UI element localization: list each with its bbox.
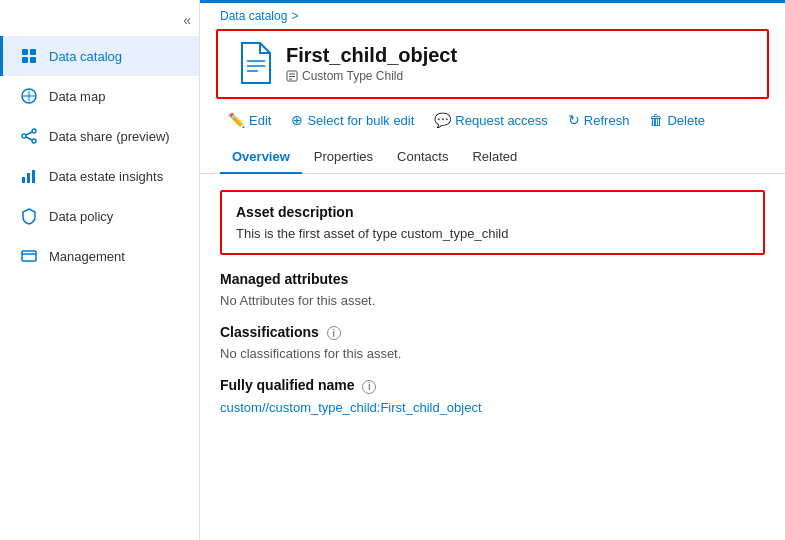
toolbar: ✏️ Edit ⊕ Select for bulk edit 💬 Request… bbox=[200, 103, 785, 141]
tab-overview[interactable]: Overview bbox=[220, 141, 302, 174]
managed-attributes-section: Managed attributes No Attributes for thi… bbox=[220, 271, 765, 308]
edit-icon: ✏️ bbox=[228, 112, 245, 128]
refresh-icon: ↻ bbox=[568, 112, 580, 128]
refresh-button[interactable]: ↻ Refresh bbox=[560, 107, 638, 133]
svg-rect-14 bbox=[22, 251, 36, 261]
share-icon bbox=[19, 126, 39, 146]
classifications-title: Classifications i bbox=[220, 324, 765, 340]
asset-file-icon bbox=[238, 41, 274, 85]
management-icon bbox=[19, 246, 39, 266]
content-area: Asset description This is the first asse… bbox=[200, 174, 785, 540]
sidebar-item-data-estate-insights[interactable]: Data estate insights bbox=[0, 156, 199, 196]
sidebar-collapse-area: « bbox=[0, 8, 199, 36]
sidebar: « Data catalog Data map Data share (prev… bbox=[0, 0, 200, 540]
asset-header: First_child_object Custom Type Child bbox=[216, 29, 769, 99]
sidebar-item-label: Management bbox=[49, 249, 125, 264]
breadcrumb: Data catalog > bbox=[200, 3, 785, 29]
main-content: Data catalog > First_child_object Custom… bbox=[200, 0, 785, 540]
classifications-section: Classifications i No classifications for… bbox=[220, 324, 765, 361]
sidebar-item-data-map[interactable]: Data map bbox=[0, 76, 199, 116]
description-box: Asset description This is the first asse… bbox=[220, 190, 765, 255]
bulk-edit-button[interactable]: ⊕ Select for bulk edit bbox=[283, 107, 422, 133]
classifications-text: No classifications for this asset. bbox=[220, 346, 765, 361]
sidebar-item-label: Data share (preview) bbox=[49, 129, 170, 144]
asset-title: First_child_object bbox=[286, 44, 457, 67]
fqn-info-icon: i bbox=[362, 380, 376, 394]
sidebar-item-data-catalog[interactable]: Data catalog bbox=[0, 36, 199, 76]
svg-point-6 bbox=[32, 129, 36, 133]
breadcrumb-separator: > bbox=[291, 9, 298, 23]
tab-properties[interactable]: Properties bbox=[302, 141, 385, 174]
svg-rect-11 bbox=[22, 177, 25, 183]
svg-rect-12 bbox=[27, 173, 30, 183]
tab-related[interactable]: Related bbox=[460, 141, 529, 174]
map-icon bbox=[19, 86, 39, 106]
sidebar-collapse-button[interactable]: « bbox=[183, 12, 191, 28]
description-title: Asset description bbox=[236, 204, 749, 220]
svg-line-10 bbox=[26, 137, 32, 140]
request-access-button[interactable]: 💬 Request access bbox=[426, 107, 556, 133]
classifications-info-icon: i bbox=[327, 326, 341, 340]
svg-rect-3 bbox=[30, 57, 36, 63]
sidebar-item-label: Data estate insights bbox=[49, 169, 163, 184]
svg-line-9 bbox=[26, 132, 32, 135]
asset-subtitle: Custom Type Child bbox=[286, 69, 457, 83]
managed-attributes-title: Managed attributes bbox=[220, 271, 765, 287]
sidebar-item-management[interactable]: Management bbox=[0, 236, 199, 276]
sidebar-item-data-policy[interactable]: Data policy bbox=[0, 196, 199, 236]
comment-icon: 💬 bbox=[434, 112, 451, 128]
fully-qualified-name-section: Fully qualified name i custom//custom_ty… bbox=[220, 377, 765, 414]
svg-rect-1 bbox=[30, 49, 36, 55]
edit-button[interactable]: ✏️ Edit bbox=[220, 107, 279, 133]
svg-rect-0 bbox=[22, 49, 28, 55]
asset-subtitle-icon bbox=[286, 70, 298, 82]
tab-contacts[interactable]: Contacts bbox=[385, 141, 460, 174]
tabs-bar: Overview Properties Contacts Related bbox=[200, 141, 785, 174]
policy-icon bbox=[19, 206, 39, 226]
svg-point-7 bbox=[22, 134, 26, 138]
breadcrumb-item-data-catalog[interactable]: Data catalog bbox=[220, 9, 287, 23]
svg-rect-2 bbox=[22, 57, 28, 63]
sidebar-item-data-share[interactable]: Data share (preview) bbox=[0, 116, 199, 156]
delete-button[interactable]: 🗑 Delete bbox=[641, 107, 713, 133]
description-text: This is the first asset of type custom_t… bbox=[236, 226, 749, 241]
sidebar-item-label: Data map bbox=[49, 89, 105, 104]
insights-icon bbox=[19, 166, 39, 186]
plus-circle-icon: ⊕ bbox=[291, 112, 303, 128]
svg-rect-13 bbox=[32, 170, 35, 183]
fully-qualified-name-link[interactable]: custom//custom_type_child:First_child_ob… bbox=[220, 400, 765, 415]
managed-attributes-text: No Attributes for this asset. bbox=[220, 293, 765, 308]
sidebar-item-label: Data catalog bbox=[49, 49, 122, 64]
fully-qualified-name-title: Fully qualified name i bbox=[220, 377, 765, 393]
trash-icon: 🗑 bbox=[649, 112, 663, 128]
catalog-icon bbox=[19, 46, 39, 66]
asset-info: First_child_object Custom Type Child bbox=[286, 44, 457, 83]
svg-point-8 bbox=[32, 139, 36, 143]
sidebar-item-label: Data policy bbox=[49, 209, 113, 224]
